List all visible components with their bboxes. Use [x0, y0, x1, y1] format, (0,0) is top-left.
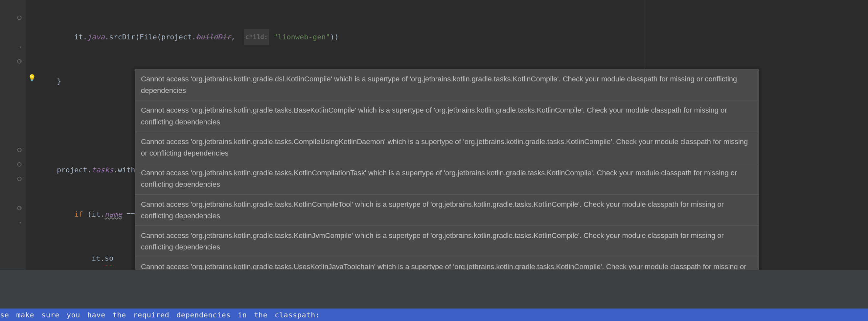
svg-point-0 [18, 16, 21, 20]
error-item[interactable]: Cannot access 'org.jetbrains.kotlin.grad… [135, 69, 758, 100]
fold-arrow-icon[interactable]: ▾ [19, 44, 22, 49]
error-item[interactable]: Cannot access 'org.jetbrains.kotlin.grad… [135, 163, 758, 194]
override-icon[interactable] [17, 15, 22, 21]
fold-arrow-icon[interactable]: ▾ [19, 205, 22, 210]
error-item[interactable]: Cannot access 'org.jetbrains.kotlin.grad… [135, 100, 758, 132]
fold-arrow-icon[interactable]: ▾ [19, 220, 22, 225]
error-item[interactable]: Cannot access 'org.jetbrains.kotlin.grad… [135, 132, 758, 163]
svg-point-3 [18, 163, 21, 166]
override-icon[interactable] [17, 162, 22, 167]
status-area [0, 270, 868, 309]
status-bar[interactable]: se make sure you have the required depen… [0, 309, 868, 321]
override-icon[interactable] [17, 176, 22, 182]
override-icon[interactable] [17, 147, 22, 153]
svg-point-4 [18, 177, 21, 181]
svg-point-2 [18, 148, 21, 152]
code-line: it.java.srcDir(File(project.buildDir, ch… [39, 30, 540, 44]
error-item[interactable]: Cannot access 'org.jetbrains.kotlin.grad… [135, 194, 758, 226]
error-item[interactable]: Cannot access 'org.jetbrains.kotlin.grad… [135, 226, 758, 257]
error-tooltip[interactable]: Cannot access 'org.jetbrains.kotlin.grad… [135, 69, 759, 288]
status-message: se make sure you have the required depen… [0, 311, 320, 319]
fold-arrow-icon[interactable]: ▾ [19, 59, 22, 64]
